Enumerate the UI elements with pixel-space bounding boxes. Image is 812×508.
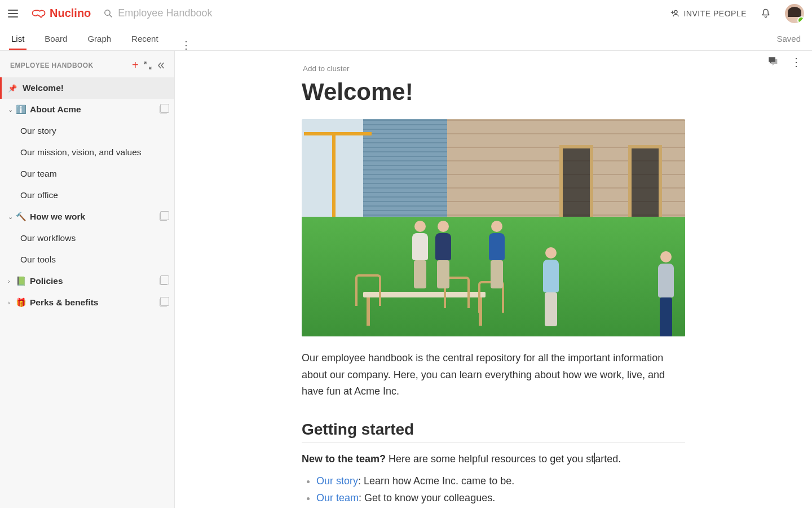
comments-icon[interactable]: [767, 55, 778, 69]
tab-board[interactable]: Board: [42, 29, 69, 50]
user-avatar[interactable]: [785, 4, 804, 23]
app-logo[interactable]: Nuclino: [32, 6, 91, 21]
section-heading-getting-started[interactable]: Getting started: [302, 421, 685, 443]
tabs-more-icon[interactable]: ⋮: [181, 40, 191, 50]
sidebar-item-tools[interactable]: Our tools: [0, 249, 174, 270]
collection-icon: [160, 213, 167, 221]
sidebar-item-label: Perks & benefits: [30, 297, 160, 308]
collection-icon: [160, 299, 167, 306]
add-person-icon: [670, 8, 680, 19]
list-item[interactable]: Our story: Learn how Acme Inc. came to b…: [316, 472, 685, 490]
document-more-icon[interactable]: ⋮: [791, 55, 802, 69]
app-logo-text: Nuclino: [50, 7, 91, 20]
sidebar-section-policies[interactable]: › 📗 Policies: [0, 270, 174, 292]
add-page-icon[interactable]: +: [129, 59, 142, 72]
page-tree: 📌 Welcome! ⌄ ℹ️ About Acme Our story Our…: [0, 75, 174, 313]
invite-people-button[interactable]: INVITE PEOPLE: [670, 8, 747, 19]
sidebar-item-workflows[interactable]: Our workflows: [0, 227, 174, 249]
save-status: Saved: [776, 34, 801, 43]
sidebar-item-label: How we work: [30, 212, 160, 222]
notifications-icon[interactable]: [760, 8, 771, 19]
list-item[interactable]: Our team: Get to know your colleagues.: [316, 489, 685, 507]
sidebar-section-perks[interactable]: › 🎁 Perks & benefits: [0, 292, 174, 313]
sidebar-section-about[interactable]: ⌄ ℹ️ About Acme: [0, 99, 174, 120]
tab-recent[interactable]: Recent: [129, 29, 161, 50]
document-area: ⋮ Add to cluster Welcome! Our employee h…: [175, 51, 812, 508]
collapse-sidebar-icon[interactable]: [154, 60, 166, 71]
link-our-story[interactable]: Our story: [316, 475, 358, 487]
intro-paragraph[interactable]: Our employee handbook is the central rep…: [302, 350, 685, 400]
sidebar-item-welcome[interactable]: 📌 Welcome!: [0, 77, 174, 99]
tab-graph[interactable]: Graph: [85, 29, 113, 50]
add-to-cluster-button[interactable]: Add to cluster: [303, 64, 685, 73]
sidebar: EMPLOYEE HANDBOOK + 📌 Welcome! ⌄ ℹ️ Abou…: [0, 51, 175, 508]
pin-icon: 📌: [8, 84, 17, 93]
chevron-right-icon: ›: [8, 299, 15, 306]
svg-point-2: [674, 10, 677, 13]
gift-icon: 🎁: [16, 297, 27, 308]
getting-started-lead[interactable]: New to the team? Here are some helpful r…: [302, 450, 685, 468]
book-icon: 📗: [16, 276, 27, 286]
search-input[interactable]: [117, 7, 354, 20]
invite-people-label: INVITE PEOPLE: [683, 9, 747, 18]
view-tabs: List Board Graph Recent ⋮: [9, 27, 191, 50]
hammer-icon: 🔨: [16, 212, 27, 222]
tab-list[interactable]: List: [9, 29, 27, 50]
collection-icon: [160, 106, 167, 113]
svg-line-1: [110, 15, 112, 17]
info-icon: ℹ️: [16, 104, 27, 115]
global-search[interactable]: [103, 7, 670, 20]
chevron-down-icon: ⌄: [8, 106, 15, 113]
sidebar-section-how-we-work[interactable]: ⌄ 🔨 How we work: [0, 206, 174, 227]
sidebar-item-our-team[interactable]: Our team: [0, 163, 174, 185]
expand-icon[interactable]: [142, 60, 154, 71]
getting-started-list: Our story: Learn how Acme Inc. came to b…: [302, 472, 685, 507]
chevron-right-icon: ›: [8, 278, 15, 284]
sidebar-item-label: About Acme: [30, 104, 160, 115]
menu-icon[interactable]: [8, 7, 21, 20]
search-icon: [103, 8, 113, 19]
sidebar-item-mission[interactable]: Our mission, vision, and values: [0, 142, 174, 163]
sidebar-item-our-office[interactable]: Our office: [0, 185, 174, 206]
sidebar-item-label: Policies: [30, 276, 160, 286]
sidebar-item-label: Welcome!: [23, 83, 167, 93]
hero-image: [302, 119, 685, 336]
brain-icon: [32, 6, 46, 21]
sidebar-item-our-story[interactable]: Our story: [0, 120, 174, 142]
collection-icon: [160, 277, 167, 285]
link-our-team[interactable]: Our team: [316, 492, 359, 503]
page-title[interactable]: Welcome!: [302, 78, 685, 106]
chevron-down-icon: ⌄: [8, 213, 15, 221]
workspace-title: EMPLOYEE HANDBOOK: [10, 62, 93, 69]
